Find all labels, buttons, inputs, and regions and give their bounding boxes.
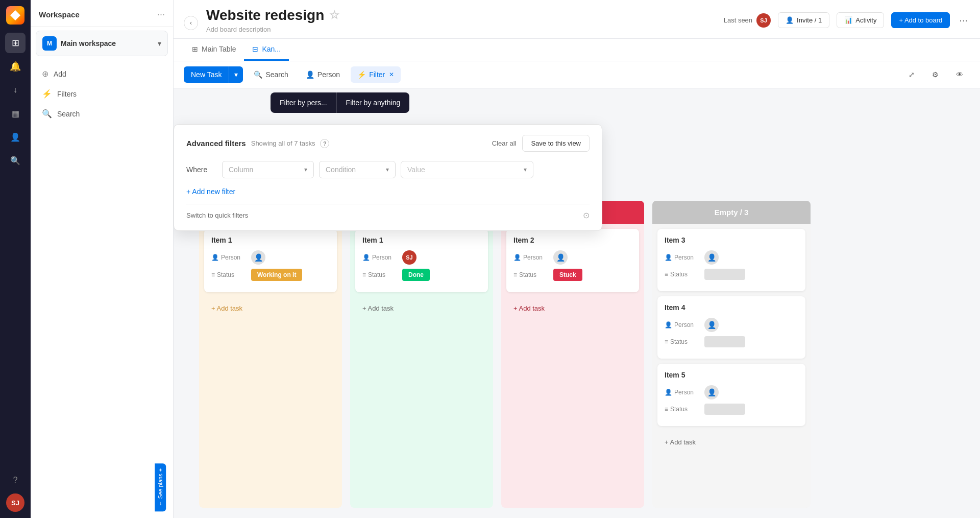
nav-people[interactable]: 👤 bbox=[5, 127, 26, 147]
sidebar-item-filters[interactable]: ⚡ Filters bbox=[36, 84, 168, 103]
filter-by-anything-option[interactable]: Filter by anything bbox=[337, 92, 410, 113]
person-avatar-item5[interactable]: 👤 bbox=[704, 385, 719, 399]
sidebar-item-search[interactable]: 🔍 Search bbox=[36, 104, 168, 123]
status-done-icon: ≡ bbox=[362, 271, 366, 278]
status-item3-icon: ≡ bbox=[665, 271, 668, 278]
col-body-stuck: Item 2 👤 Person 👤 ≡ bbox=[501, 224, 644, 508]
value-select[interactable]: Value ▾ bbox=[401, 161, 533, 178]
fullscreen-button[interactable]: ⤢ bbox=[902, 66, 921, 83]
kanban-card-item4: Item 4 👤 Person 👤 ≡ bbox=[657, 296, 805, 359]
nav-download[interactable]: ↓ bbox=[5, 80, 26, 100]
collapse-sidebar-button[interactable]: ‹ bbox=[184, 16, 198, 30]
search-button[interactable]: 🔍 Search bbox=[247, 66, 295, 83]
save-to-view-button[interactable]: Save to this view bbox=[522, 135, 590, 152]
table-icon: ⊞ bbox=[192, 45, 198, 53]
activity-button[interactable]: 📊 Activity bbox=[837, 12, 884, 28]
kanban-card-done: Item 1 👤 Person SJ ≡ bbox=[355, 229, 488, 292]
preview-button[interactable]: 👁 bbox=[949, 66, 970, 83]
gear-icon: ⚙ bbox=[932, 70, 939, 79]
person-avatar-stuck[interactable]: 👤 bbox=[553, 250, 568, 265]
person-item3-label: 👤 Person bbox=[665, 254, 700, 261]
card-status-item5: ≡ Status bbox=[665, 404, 798, 415]
tab-kanban[interactable]: ⊟ Kan... bbox=[244, 39, 289, 61]
kanban-card-item5: Item 5 👤 Person 👤 ≡ bbox=[657, 364, 805, 426]
person-avatar[interactable]: 👤 bbox=[251, 250, 265, 265]
board-title: Website redesign ☆ bbox=[206, 7, 724, 23]
nav-help[interactable]: ? bbox=[5, 470, 26, 490]
app-logo[interactable] bbox=[6, 6, 24, 25]
person-done-label: 👤 Person bbox=[362, 254, 398, 261]
favorite-star-icon[interactable]: ☆ bbox=[329, 9, 339, 22]
header-more-icon[interactable]: ··· bbox=[957, 14, 970, 26]
switch-quick-filters-button[interactable]: Switch to quick filters bbox=[186, 211, 248, 219]
top-bar-actions: Last seen SJ 👤 Invite / 1 📊 Activity + A… bbox=[724, 12, 970, 33]
add-icon: ⊕ bbox=[42, 69, 48, 79]
footer-icon[interactable]: ⊙ bbox=[583, 210, 590, 220]
condition-select[interactable]: Condition ▾ bbox=[319, 161, 396, 178]
workspace-selector[interactable]: M Main workspace ▾ bbox=[36, 31, 168, 56]
workspace-more-icon[interactable]: ··· bbox=[157, 9, 165, 20]
last-seen-area: Last seen SJ bbox=[724, 13, 771, 28]
col-body-done: Item 1 👤 Person SJ ≡ bbox=[350, 224, 493, 508]
top-bar: ‹ Website redesign ☆ Add board descripti… bbox=[174, 0, 980, 39]
toolbar-right: ⤢ ⚙ 👁 bbox=[902, 66, 970, 83]
person-item4-icon: 👤 bbox=[665, 321, 672, 328]
filter-button[interactable]: ⚡ Filter ✕ bbox=[351, 66, 401, 83]
sidebar-item-add[interactable]: ⊕ Add bbox=[36, 64, 168, 83]
add-task-done-button[interactable]: + Add task bbox=[355, 299, 488, 317]
nav-bell[interactable]: 🔔 bbox=[5, 56, 26, 77]
see-plans-tab[interactable]: ← See plans + bbox=[155, 463, 166, 511]
last-seen-label: Last seen bbox=[724, 16, 752, 24]
last-seen-avatar[interactable]: SJ bbox=[756, 13, 771, 28]
status-badge-stuck[interactable]: Stuck bbox=[553, 269, 582, 281]
filters-icon: ⚡ bbox=[42, 89, 52, 99]
person-button[interactable]: 👤 Person bbox=[299, 66, 347, 83]
nav-calendar[interactable]: ▦ bbox=[5, 103, 26, 124]
board-description[interactable]: Add board description bbox=[206, 23, 724, 38]
status-badge-item5[interactable] bbox=[704, 404, 745, 415]
add-to-board-button[interactable]: + Add to board bbox=[891, 12, 950, 28]
nav-search[interactable]: 🔍 bbox=[5, 150, 26, 171]
invite-button[interactable]: 👤 Invite / 1 bbox=[778, 12, 829, 28]
card-person-item4: 👤 Person 👤 bbox=[665, 318, 798, 332]
status-badge-done[interactable]: Done bbox=[402, 269, 430, 281]
status-field-label: ≡ Status bbox=[211, 271, 247, 278]
kanban-col-empty: Empty / 3 Item 3 👤 Person 👤 bbox=[652, 201, 811, 508]
filter-close-icon[interactable]: ✕ bbox=[389, 71, 394, 78]
add-task-stuck-button[interactable]: + Add task bbox=[506, 299, 639, 317]
sidebar: Workspace ··· M Main workspace ▾ ⊕ Add ⚡… bbox=[31, 0, 174, 518]
search-icon: 🔍 bbox=[42, 109, 52, 119]
status-badge-item3[interactable] bbox=[704, 269, 745, 280]
col-header-empty: Empty / 3 bbox=[652, 201, 811, 224]
af-help-icon[interactable]: ? bbox=[320, 139, 329, 148]
add-task-working-button[interactable]: + Add task bbox=[204, 299, 337, 317]
sidebar-item-label-add: Add bbox=[54, 70, 66, 78]
kanban-col-working: Working on it / 1 Item 1 👤 Person 👤 bbox=[199, 201, 342, 508]
person-avatar-item4[interactable]: 👤 bbox=[704, 318, 719, 332]
column-select[interactable]: Column ▾ bbox=[222, 161, 314, 178]
new-task-arrow-icon[interactable]: ▾ bbox=[229, 66, 243, 83]
user-avatar-icon-bar[interactable]: SJ bbox=[6, 493, 24, 512]
add-filter-button[interactable]: + Add new filter bbox=[186, 185, 235, 198]
status-item4-label: ≡ Status bbox=[665, 338, 700, 345]
card-status-done: ≡ Status Done bbox=[362, 269, 481, 281]
filter-by-person-option[interactable]: Filter by pers... bbox=[271, 92, 336, 113]
card-title-item3: Item 3 bbox=[665, 236, 798, 244]
new-task-button[interactable]: New Task ▾ bbox=[184, 66, 243, 83]
card-title: Item 1 bbox=[211, 236, 330, 244]
status-badge[interactable]: Working on it bbox=[251, 269, 302, 281]
settings-button[interactable]: ⚙ bbox=[925, 66, 945, 83]
clear-all-button[interactable]: Clear all bbox=[492, 139, 517, 147]
person-avatar-item3[interactable]: 👤 bbox=[704, 250, 719, 265]
advanced-filters-panel: Advanced filters Showing all of 7 tasks … bbox=[174, 124, 602, 231]
af-actions: Clear all Save to this view bbox=[492, 135, 590, 152]
kanban-card-item3: Item 3 👤 Person 👤 ≡ bbox=[657, 229, 805, 291]
activity-icon: 📊 bbox=[844, 16, 852, 24]
tab-main-table[interactable]: ⊞ Main Table bbox=[184, 39, 244, 61]
add-task-empty-button[interactable]: + Add task bbox=[657, 433, 805, 451]
person-avatar-done[interactable]: SJ bbox=[402, 250, 416, 265]
nav-grid[interactable]: ⊞ bbox=[5, 33, 26, 53]
status-stuck-icon: ≡ bbox=[513, 271, 517, 278]
sidebar-header: Workspace ··· bbox=[31, 0, 173, 27]
status-badge-item4[interactable] bbox=[704, 336, 745, 347]
